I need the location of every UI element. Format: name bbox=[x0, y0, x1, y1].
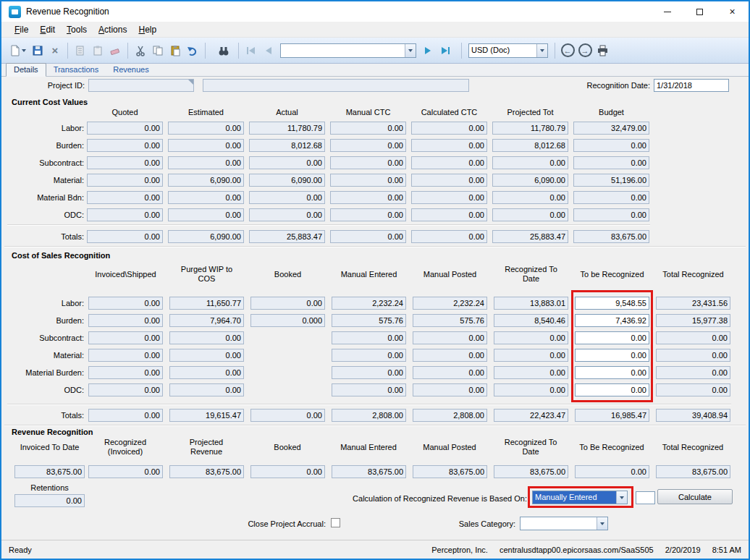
new-button[interactable] bbox=[6, 42, 29, 59]
cos-field: 0.00 bbox=[88, 297, 163, 310]
eraser-icon bbox=[109, 45, 121, 56]
toolbar-separator bbox=[205, 43, 206, 59]
record-search-combo[interactable] bbox=[280, 43, 416, 58]
current-cost-field: 0.00 bbox=[411, 156, 487, 169]
cos-field: 0.00 bbox=[494, 331, 568, 344]
tab-revenues[interactable]: Revenues bbox=[106, 64, 156, 76]
current-cost-field: 0.00 bbox=[330, 122, 406, 135]
first-record-button[interactable] bbox=[243, 42, 260, 59]
chevron-down-icon[interactable] bbox=[536, 44, 547, 57]
calculate-button[interactable]: Calculate bbox=[657, 489, 733, 504]
app-window: Revenue Recognition × File Edit Tools Ac… bbox=[0, 0, 750, 560]
cos-field: 0.000 bbox=[250, 314, 325, 327]
close-project-accrual-checkbox[interactable] bbox=[331, 518, 340, 527]
next-record-button[interactable] bbox=[419, 42, 437, 59]
sales-category-value bbox=[521, 517, 597, 530]
document-copy-button[interactable] bbox=[72, 42, 89, 59]
binoculars-icon bbox=[218, 45, 229, 56]
calc-extra-field[interactable] bbox=[636, 491, 655, 504]
current-cost-field: 83,675.00 bbox=[573, 230, 649, 243]
recognition-date-field[interactable]: 1/31/2018 bbox=[654, 79, 729, 92]
cos-field[interactable]: 0.00 bbox=[575, 349, 649, 362]
tab-transactions[interactable]: Transactions bbox=[46, 64, 106, 76]
current-cost-field: 6,090.00 bbox=[168, 230, 244, 243]
revenue-field: 83,675.00 bbox=[332, 465, 406, 478]
cos-field[interactable]: 9,548.55 bbox=[575, 297, 649, 310]
current-cost-field: 0.00 bbox=[330, 174, 406, 187]
previous-record-button[interactable] bbox=[260, 42, 277, 59]
menu-tools[interactable]: Tools bbox=[61, 23, 93, 36]
save-icon bbox=[32, 45, 43, 56]
chevron-down-icon[interactable] bbox=[597, 517, 607, 530]
menu-help[interactable]: Help bbox=[132, 23, 162, 36]
last-record-button[interactable] bbox=[437, 42, 454, 59]
cos-field[interactable]: 0.00 bbox=[575, 366, 649, 379]
sales-category-combo[interactable] bbox=[520, 517, 608, 530]
cos-field: 0.00 bbox=[332, 366, 406, 379]
calc-method-combo[interactable]: Manually Entered bbox=[532, 491, 628, 504]
cos-field: 0.00 bbox=[88, 314, 163, 327]
retentions-field: 0.00 bbox=[14, 494, 85, 507]
current-cost-field: 0.00 bbox=[492, 156, 568, 169]
title-bar: Revenue Recognition × bbox=[1, 1, 749, 22]
chevron-down-icon[interactable] bbox=[616, 491, 627, 504]
cos-field: 575.76 bbox=[332, 314, 406, 327]
cos-field: 7,964.70 bbox=[169, 314, 244, 327]
forward-button[interactable]: → bbox=[576, 42, 594, 59]
search-button[interactable] bbox=[215, 42, 232, 59]
menu-edit[interactable]: Edit bbox=[34, 23, 61, 36]
current-cost-field: 11,780.79 bbox=[249, 122, 325, 135]
revenue-field: 0.00 bbox=[575, 465, 649, 478]
cos-field: 0.00 bbox=[494, 383, 568, 396]
cos-field[interactable]: 7,436.92 bbox=[575, 314, 649, 327]
print-button[interactable] bbox=[594, 42, 611, 59]
eraser-button[interactable] bbox=[106, 42, 124, 59]
close-button[interactable]: × bbox=[716, 1, 749, 22]
back-button[interactable]: ← bbox=[559, 42, 576, 59]
delete-button[interactable]: × bbox=[46, 42, 64, 59]
chevron-down-icon[interactable] bbox=[405, 44, 416, 57]
copy-button[interactable] bbox=[149, 42, 167, 59]
cut-button[interactable] bbox=[132, 42, 149, 59]
calc-method-label: Calculation of Recognized Revenue is Bas… bbox=[349, 494, 527, 503]
menu-actions[interactable]: Actions bbox=[93, 23, 132, 36]
current-cost-column-header: Manual CTC bbox=[330, 107, 406, 117]
maximize-button[interactable] bbox=[683, 1, 716, 22]
clipboard-button[interactable] bbox=[89, 42, 106, 59]
undo-button[interactable] bbox=[184, 42, 201, 59]
cos-field: 0.00 bbox=[88, 331, 163, 344]
cos-section-title: Cost of Sales Recognition bbox=[12, 251, 110, 260]
currency-combo[interactable]: USD (Doc) bbox=[468, 43, 548, 58]
revenue-field: 0.00 bbox=[250, 465, 325, 478]
current-cost-section-title: Current Cost Values bbox=[12, 98, 88, 106]
tab-details[interactable]: Details bbox=[6, 63, 46, 77]
minimize-button[interactable] bbox=[651, 1, 683, 22]
current-cost-field: 0.00 bbox=[411, 208, 487, 221]
back-icon: ← bbox=[561, 43, 575, 57]
current-cost-field: 51,196.00 bbox=[573, 174, 649, 187]
paste-button[interactable] bbox=[167, 42, 184, 59]
menu-file[interactable]: File bbox=[9, 23, 34, 36]
save-button[interactable] bbox=[29, 42, 46, 59]
status-right: Perceptron, Inc. centralusdtapp00.epicor… bbox=[431, 546, 741, 554]
first-record-icon bbox=[246, 46, 256, 55]
cos-column-header: Booked bbox=[253, 260, 322, 288]
app-icon bbox=[9, 6, 21, 18]
current-cost-field: 0.00 bbox=[411, 230, 487, 243]
status-bar: Ready Perceptron, Inc. centralusdtapp00.… bbox=[1, 540, 749, 559]
maximize-icon bbox=[696, 9, 703, 15]
cos-field: 0.00 bbox=[169, 366, 244, 379]
cos-field: 0.00 bbox=[332, 349, 406, 362]
cos-field: 0.00 bbox=[413, 331, 487, 344]
minimize-icon bbox=[664, 12, 671, 12]
current-cost-field: 0.00 bbox=[330, 230, 406, 243]
cos-row-label: ODC: bbox=[3, 386, 84, 396]
current-cost-field: 8,012.68 bbox=[492, 139, 568, 152]
cos-field[interactable]: 0.00 bbox=[575, 383, 649, 396]
revenue-field: 83,675.00 bbox=[494, 465, 568, 478]
current-cost-field: 0.00 bbox=[492, 208, 568, 221]
current-cost-field: 0.00 bbox=[249, 191, 325, 204]
cos-field[interactable]: 0.00 bbox=[575, 331, 649, 344]
revenue-field: 0.00 bbox=[88, 465, 163, 478]
project-id-field[interactable] bbox=[88, 79, 194, 92]
